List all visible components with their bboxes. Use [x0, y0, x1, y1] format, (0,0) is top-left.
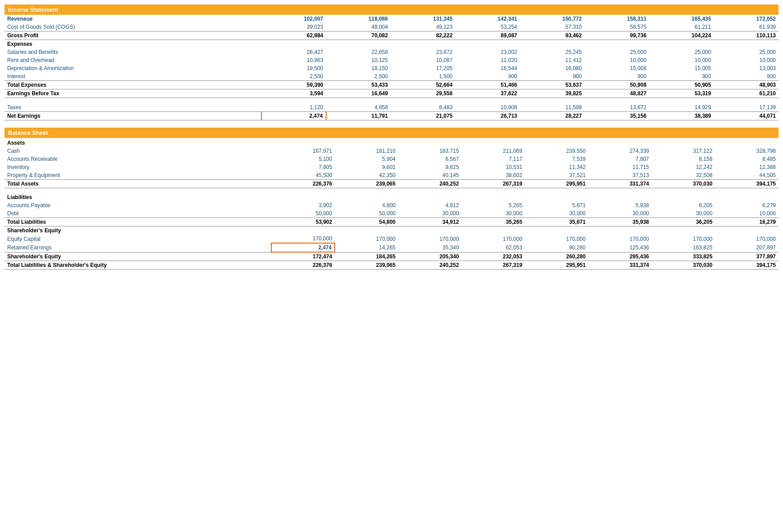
row-value: 125,436 — [588, 243, 652, 252]
row-value: 11,412 — [520, 56, 584, 64]
row-value: 93,462 — [520, 31, 584, 40]
row-value: 900 — [714, 72, 779, 81]
row-value: 16,279 — [715, 218, 779, 226]
row-value: 165,435 — [649, 15, 714, 23]
row-value: 39,825 — [520, 89, 584, 98]
row-value: 48,903 — [714, 81, 779, 89]
row-value: 35,340 — [398, 243, 461, 252]
table-row: Property & Equipment45,50042,35040,14538… — [4, 171, 779, 180]
row-value: 170,000 — [462, 235, 525, 243]
row-value: 260,280 — [525, 252, 588, 261]
row-value: 1,120 — [261, 103, 326, 112]
row-value: 25,000 — [714, 48, 779, 56]
assets-header-row: Assets — [4, 138, 779, 147]
row-value: 10,000 — [584, 56, 649, 64]
row-value: 38,602 — [462, 171, 525, 180]
row-value: 8,158 — [652, 155, 715, 163]
row-value: 25,245 — [520, 48, 584, 56]
row-value: 37,513 — [588, 171, 652, 180]
row-value: 23,002 — [455, 48, 520, 56]
row-value: 13,672 — [584, 103, 649, 112]
row-value: 19,500 — [261, 64, 326, 72]
row-value: 328,798 — [715, 147, 779, 155]
row-value: 44,071 — [714, 111, 779, 120]
table-row: Inventory7,8059,6019,82510,53111,34211,7… — [4, 163, 779, 171]
row-value: 4,800 — [335, 201, 398, 209]
table-row: Total Liabilities53,90254,80034,91235,26… — [4, 218, 779, 226]
table-row: Accounts Payable3,9024,8004,9125,2655,67… — [4, 201, 779, 209]
row-label: Equity Capital — [4, 235, 271, 243]
row-value: 59,390 — [261, 81, 326, 89]
row-value — [649, 40, 714, 49]
row-value: 49,123 — [390, 23, 455, 31]
row-value: 10,000 — [649, 56, 714, 64]
row-value: 12,242 — [652, 163, 715, 171]
row-value: 62,053 — [462, 243, 525, 252]
row-value: 61,211 — [649, 23, 714, 31]
row-value: 48,827 — [584, 89, 649, 98]
row-value: 239,065 — [335, 261, 398, 270]
row-value: 45,500 — [271, 171, 335, 180]
row-value: 240,252 — [398, 179, 461, 188]
row-value: 17,139 — [714, 103, 779, 112]
row-value: 3,594 — [261, 89, 326, 98]
row-value: 5,938 — [588, 201, 652, 209]
table-row: Shareholder's Equity172,474184,265205,34… — [4, 252, 779, 261]
row-value: 34,912 — [398, 218, 461, 226]
row-value: 17,205 — [390, 64, 455, 72]
row-value: 82,222 — [390, 31, 455, 40]
row-value: 30,000 — [462, 209, 525, 218]
row-value: 61,939 — [714, 23, 779, 31]
row-value: 25,000 — [649, 48, 714, 56]
row-value: 6,279 — [715, 201, 779, 209]
row-value: 205,340 — [398, 252, 461, 261]
row-label: Depreciation & Amortization — [4, 64, 261, 72]
row-value: 2,500 — [326, 72, 391, 81]
row-value: 377,897 — [715, 252, 779, 261]
row-value: 40,145 — [398, 171, 461, 180]
row-value: 53,254 — [455, 23, 520, 31]
table-row: Salaries and Benefits26,42722,65823,8722… — [4, 48, 779, 56]
row-value: 232,053 — [462, 252, 525, 261]
row-value: 267,319 — [462, 179, 525, 188]
row-value: 240,252 — [398, 261, 461, 270]
row-value: 35,938 — [588, 218, 652, 226]
row-value: 10,087 — [390, 56, 455, 64]
row-value: 8,485 — [715, 155, 779, 163]
row-value: 50,000 — [271, 209, 335, 218]
row-label: Total Expenses — [4, 81, 261, 89]
row-value: 10,908 — [455, 103, 520, 112]
row-value: 11,791 — [326, 111, 391, 120]
row-value: 30,000 — [398, 209, 461, 218]
row-value: 267,319 — [462, 261, 525, 270]
row-value: 30,000 — [652, 209, 715, 218]
row-value: 184,265 — [335, 252, 398, 261]
row-label: Gross Profit — [4, 31, 261, 40]
row-value: 23,872 — [390, 48, 455, 56]
income-statement-table: Reveneue102,007118,086131,345142,341150,… — [4, 15, 779, 120]
row-value: 11,715 — [588, 163, 652, 171]
row-value: 39,023 — [261, 23, 326, 31]
row-value: 7,539 — [525, 155, 588, 163]
row-value: 12,388 — [715, 163, 779, 171]
row-value: 239,550 — [525, 147, 588, 155]
row-value: 131,345 — [390, 15, 455, 23]
row-label: Rent and Overhead — [4, 56, 261, 64]
row-value: 370,030 — [652, 179, 715, 188]
row-value: 110,113 — [714, 31, 779, 40]
income-statement-section: Income Statement Reveneue102,007118,0861… — [4, 4, 779, 120]
row-value — [455, 40, 520, 49]
row-value: 142,341 — [455, 15, 520, 23]
row-value — [584, 40, 649, 49]
table-row: Total Assets226,376239,065240,252267,319… — [4, 179, 779, 188]
row-value — [261, 40, 326, 49]
row-value: 9,601 — [335, 163, 398, 171]
row-value: 333,825 — [652, 252, 715, 261]
row-value: 163,825 — [652, 243, 715, 252]
row-value: 9,825 — [398, 163, 461, 171]
row-label: Retained Earnings — [4, 243, 271, 252]
row-value: 14,265 — [335, 243, 398, 252]
row-value: 317,122 — [652, 147, 715, 155]
row-value: 44,505 — [715, 171, 779, 180]
row-value: 53,637 — [520, 81, 584, 89]
